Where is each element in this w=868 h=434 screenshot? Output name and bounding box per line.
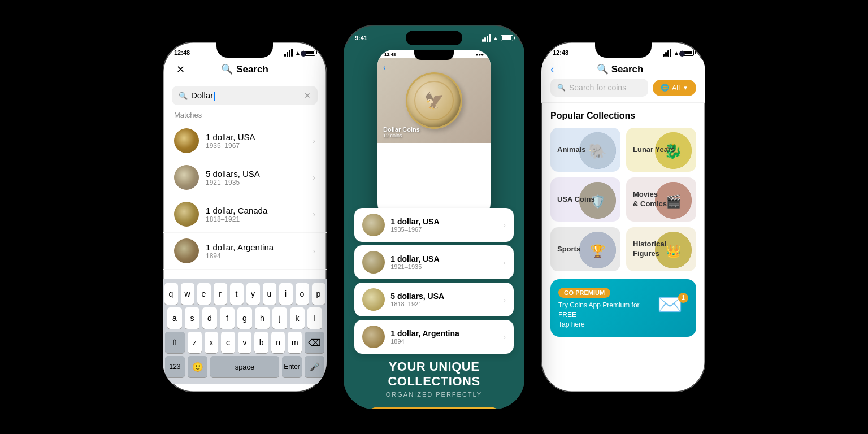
all-filter-button[interactable]: 🌐 All ▼	[653, 80, 696, 96]
left-phone: 12:48 ▲ ✕ 🔍 Search	[163, 42, 327, 392]
inner-back-button[interactable]: ‹	[383, 63, 386, 72]
center-card-1[interactable]: 1 dollar, USA 1935–1967 ›	[354, 208, 514, 242]
left-screen-content: ✕ 🔍 Search 🔍 Dollar ✕ Matches	[163, 59, 327, 384]
center-card-3[interactable]: 5 dollars, USA 1818–1921 ›	[354, 283, 514, 316]
key-row-1: q w e r t y u i o p	[165, 283, 324, 305]
key-w[interactable]: w	[181, 283, 194, 305]
popular-collections-title: Popular Collections	[550, 111, 696, 121]
key-r[interactable]: r	[214, 283, 227, 305]
card-coin-4	[362, 326, 385, 348]
key-l[interactable]: l	[307, 307, 322, 329]
svg-text:👑: 👑	[666, 244, 682, 259]
clear-button[interactable]: ✕	[304, 91, 311, 100]
key-e[interactable]: e	[197, 283, 211, 305]
key-x[interactable]: x	[205, 332, 219, 353]
collection-name-animals: Animals	[557, 145, 586, 155]
premium-badge: GO PREMIUM	[558, 288, 610, 298]
key-v[interactable]: v	[238, 332, 252, 353]
status-time-center: 9:41	[355, 34, 367, 41]
collection-card-sports[interactable]: Sports 🏆	[550, 227, 620, 271]
card-coin-2	[362, 251, 385, 274]
card-chevron-3: ›	[503, 296, 505, 304]
key-g[interactable]: g	[237, 307, 252, 329]
search-title-left: 🔍 Search	[221, 63, 268, 75]
key-y[interactable]: y	[246, 283, 260, 305]
key-j[interactable]: j	[272, 307, 287, 329]
collections-grid: Animals 🐘 Lunar Years	[550, 128, 696, 271]
key-u[interactable]: u	[263, 283, 276, 305]
key-o[interactable]: o	[296, 283, 309, 305]
collection-card-animals[interactable]: Animals 🐘	[550, 128, 620, 172]
search-input-wrapper[interactable]: 🔍 Dollar ✕	[172, 86, 318, 105]
key-space[interactable]: space	[210, 356, 279, 377]
key-f[interactable]: f	[220, 307, 235, 329]
key-k[interactable]: k	[290, 307, 305, 329]
status-time-right: 12:48	[553, 49, 568, 56]
right-nav: ‹ 🔍 Search	[550, 63, 696, 75]
dynamic-island	[406, 31, 462, 45]
center-phone: 9:41 ▲ 12:48 ●●●	[344, 25, 524, 409]
chevron-down-icon: ▼	[683, 85, 688, 91]
key-c[interactable]: c	[221, 332, 235, 353]
premium-banner[interactable]: GO PREMIUM Try Coins App Premium for FRE…	[550, 279, 696, 337]
result-item-4[interactable]: 1 dollar, Argentina 1894 ›	[163, 233, 327, 270]
svg-text:🦅: 🦅	[424, 92, 444, 110]
close-button[interactable]: ✕	[173, 62, 188, 77]
key-m[interactable]: m	[288, 332, 302, 353]
right-search-input[interactable]: 🔍 Search for coins	[550, 79, 648, 97]
key-i[interactable]: i	[279, 283, 293, 305]
center-card-2[interactable]: 1 dollar, USA 1921–1935 ›	[354, 245, 514, 279]
result-item-1[interactable]: 1 dollar, USA 1935–1967 ›	[163, 123, 327, 159]
key-a[interactable]: a	[167, 307, 182, 329]
key-p[interactable]: p	[312, 283, 326, 305]
search-results-left: 1 dollar, USA 1935–1967 › 5 dollars, USA…	[163, 123, 327, 270]
key-s[interactable]: s	[185, 307, 199, 329]
key-b[interactable]: b	[254, 332, 268, 353]
collection-card-historical[interactable]: Historical Figures 👑	[626, 227, 696, 271]
center-card-4[interactable]: 1 dollar, Argentina 1894 ›	[354, 320, 514, 354]
key-n[interactable]: n	[271, 332, 285, 353]
right-search-icon-input: 🔍	[557, 84, 566, 92]
wifi-icon-left: ▲	[295, 50, 301, 56]
inner-notch	[414, 50, 454, 60]
key-delete[interactable]: ⌫	[305, 332, 324, 353]
key-z[interactable]: z	[188, 332, 202, 353]
svg-text:🏆: 🏆	[590, 244, 606, 259]
collection-card-movies[interactable]: Movies & Comics 🎬	[626, 177, 696, 222]
right-search-bar: 🔍 Search for coins 🌐 All ▼	[550, 79, 696, 97]
wifi-icon-center: ▲	[493, 35, 498, 41]
chevron-icon-1: ›	[313, 136, 315, 145]
key-mic[interactable]: 🎤	[305, 356, 324, 377]
result-item-2[interactable]: 5 dollars, USA 1921–1935 ›	[163, 159, 327, 196]
key-q[interactable]: q	[164, 283, 178, 305]
key-123[interactable]: 123	[165, 356, 185, 377]
card-coin-1	[362, 214, 385, 236]
collection-name-movies: Movies & Comics	[633, 190, 667, 209]
key-h[interactable]: h	[255, 307, 270, 329]
key-t[interactable]: t	[230, 283, 244, 305]
collection-img-sports: 🏆	[579, 232, 616, 268]
card-coin-3	[362, 288, 385, 311]
search-input-text[interactable]: Dollar	[191, 90, 301, 101]
premium-text: Try Coins App Premium for FREE Tap here	[558, 301, 650, 329]
collections-headline: YOUR UNIQUE COLLECTIONS	[355, 359, 513, 389]
key-emoji[interactable]: 🙂	[188, 356, 207, 377]
continue-button[interactable]: Continue ›	[363, 407, 505, 409]
right-header: ‹ 🔍 Search 🔍 Search for coins 🌐 All	[541, 59, 705, 103]
collection-card-usa[interactable]: USA Coins 🛡️	[550, 177, 620, 222]
collection-card-lunar[interactable]: Lunar Years 🐉	[626, 128, 696, 172]
chevron-icon-3: ›	[313, 210, 315, 219]
key-enter[interactable]: Enter	[282, 356, 302, 377]
card-chevron-4: ›	[503, 333, 505, 341]
status-time-left: 12:48	[174, 49, 190, 56]
search-label-left: Search	[236, 64, 268, 75]
camera-right	[679, 51, 685, 57]
notch-right	[595, 42, 652, 58]
right-body: Popular Collections Animals 🐘	[541, 103, 705, 371]
result-item-3[interactable]: 1 dollar, Canada 1818–1921 ›	[163, 196, 327, 233]
premium-banner-left: GO PREMIUM Try Coins App Premium for FRE…	[558, 287, 650, 329]
key-d[interactable]: d	[202, 307, 217, 329]
key-shift[interactable]: ⇧	[165, 332, 185, 353]
right-title: 🔍 Search	[554, 63, 686, 75]
collection-name-usa: USA Coins	[557, 195, 595, 205]
